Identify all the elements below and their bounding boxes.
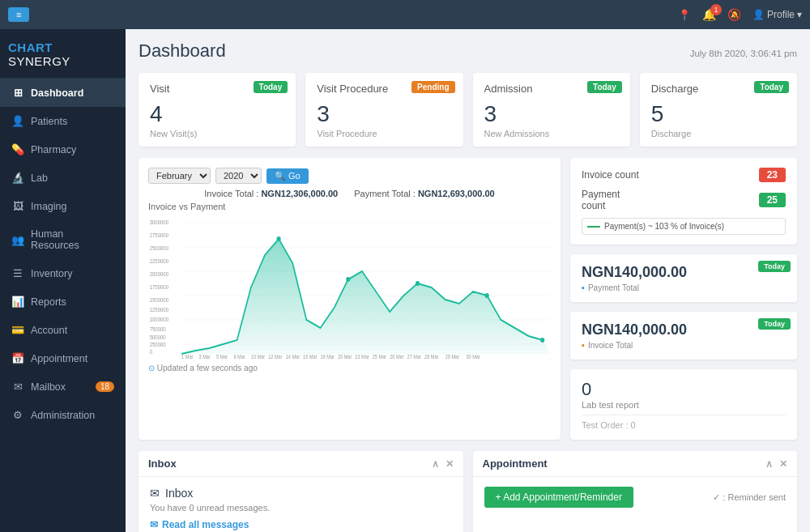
invoice-total-badge: Today [758,318,791,330]
chart-updated: ⊙ Updated a few seconds ago [148,364,551,372]
stat-card-admission: Admission Today 3 New Admissions [473,73,630,147]
stat-card-discharge: Discharge Today 5 Discharge [640,73,797,147]
alert-icon[interactable]: 🔕 [727,8,741,21]
reports-icon: 📊 [11,296,24,308]
svg-text:2250000: 2250000 [150,258,169,265]
menu-toggle-button[interactable]: ≡ [8,7,29,22]
sidebar-item-appointment[interactable]: 📅 Appointment [0,344,126,372]
inventory-icon: ☰ [11,267,24,279]
close-icon[interactable]: ✕ [446,458,454,470]
app-logo: CHART SYNERGY [0,29,126,79]
profile-button[interactable]: 👤 Profile ▾ [752,9,802,20]
invoice-count-label: Invoice count [582,169,639,181]
svg-text:1000000: 1000000 [150,317,169,323]
svg-point-22 [485,293,489,298]
svg-text:1250000: 1250000 [150,307,169,313]
hr-icon: 👥 [11,234,24,246]
main-wrapper: CHART SYNERGY ⊞ Dashboard 👤 Patients 💊 P… [0,29,810,532]
svg-text:14 Mar: 14 Mar [286,355,300,360]
sidebar-item-inventory[interactable]: ☰ Inventory [0,259,126,287]
inbox-header-actions: ∧ ✕ [432,458,454,470]
pharmacy-icon: 💊 [11,143,24,155]
sidebar: CHART SYNERGY ⊞ Dashboard 👤 Patients 💊 P… [0,29,126,532]
stats-row: Visit Today 4 New Visit(s) Visit Procedu… [139,73,797,147]
close-icon[interactable]: ✕ [779,458,787,470]
lab-sub: Test Order : 0 [582,420,786,430]
sidebar-item-label: Inventory [31,268,72,279]
legend-text: Payment(s) ~ 103 % of Invoice(s) [604,222,724,231]
svg-text:500000: 500000 [150,334,166,341]
stat-sub-admission: New Admissions [484,129,619,138]
sidebar-item-label: Lab [31,172,48,184]
stat-badge-visit-procedure: Pending [411,81,454,93]
add-appointment-button[interactable]: + Add Appointment/Reminder [484,487,633,508]
page-header: Dashboard July 8th 2020, 3:06:41 pm [139,40,797,62]
sidebar-item-account[interactable]: 💳 Account [0,316,126,344]
lab-label: Lab test report [582,400,786,410]
svg-text:12 Mar: 12 Mar [268,355,282,360]
sidebar-item-label: Reports [31,296,66,308]
sidebar-item-reports[interactable]: 📊 Reports [0,287,126,316]
svg-text:29 Mar: 29 Mar [446,355,459,360]
svg-text:2500000: 2500000 [150,245,169,252]
svg-text:30 Mar: 30 Mar [466,355,480,360]
go-button[interactable]: 🔍 Go [266,168,309,184]
sidebar-item-label: Patients [31,116,67,127]
area-chart-svg: 3000000 2750000 2500000 2250000 2000000 … [148,215,551,360]
svg-text:1500000: 1500000 [150,297,169,304]
sidebar-item-administration[interactable]: ⚙ Administration [0,401,126,429]
notification-icon[interactable]: 🔔 1 [702,8,716,21]
sidebar-item-imaging[interactable]: 🖼 Imaging [0,192,126,220]
collapse-icon[interactable]: ∧ [432,458,439,470]
inbox-section-title: ✉ Inbox [150,487,452,500]
inbox-body: ✉ Inbox You have 0 unread messages. ✉ Re… [139,477,463,532]
stat-badge-visit: Today [254,81,288,93]
sidebar-item-mailbox[interactable]: ✉ Mailbox 18 [0,372,126,401]
collapse-icon[interactable]: ∧ [765,458,773,470]
sidebar-item-label: Human Resources [31,228,114,251]
svg-text:3 Mar: 3 Mar [199,355,211,360]
sidebar-item-label: Account [31,325,67,336]
svg-text:19 Mar: 19 Mar [321,355,335,360]
sidebar-item-human-resources[interactable]: 👥 Human Resources [0,220,126,259]
payment-total-amount: NGN140,000.00 [582,264,786,281]
invoice-payment-stats: Invoice count 23 Paymentcount 25 Payment… [570,158,797,245]
legend-line-icon [587,226,600,228]
sidebar-item-label: Appointment [31,353,87,364]
content-area: Dashboard July 8th 2020, 3:06:41 pm Visi… [126,29,810,532]
reminder-note: ✓ : Reminder sent [713,492,786,503]
sidebar-item-label: Dashboard [31,87,83,99]
chart-controls: February 2020 🔍 Go [148,168,551,184]
topbar-left: ≡ [8,7,29,22]
mailbox-badge: 18 [96,381,114,392]
month-select[interactable]: February [148,168,211,184]
appointment-body: + Add Appointment/Reminder ✓ : Reminder … [473,477,798,517]
svg-point-20 [346,277,350,282]
stat-sub-visit-procedure: Visit Procedure [317,129,451,138]
svg-point-21 [416,281,420,286]
svg-text:750000: 750000 [150,326,166,333]
svg-text:3000000: 3000000 [150,219,169,226]
read-all-messages-link[interactable]: ✉ Read all messages [150,519,452,530]
sidebar-item-dashboard[interactable]: ⊞ Dashboard [0,79,126,107]
chart-card: February 2020 🔍 Go Invoice Total : NGN12… [139,158,561,440]
envelope-icon: ✉ [150,487,160,500]
payment-total-label: Payment Total : NGN12,693,000.00 [354,189,494,198]
lab-icon: 🔬 [11,172,24,184]
payment-count-row: Paymentcount 25 [582,189,786,211]
invoice-total-label: ▪ Invoice Total [582,340,786,350]
sidebar-item-label: Pharmacy [31,144,76,155]
year-select[interactable]: 2020 [215,168,262,184]
payment-count-badge: 25 [759,193,786,207]
sidebar-item-patients[interactable]: 👤 Patients [0,107,126,135]
invoice-total-card: Today NGN140,000.00 ▪ Invoice Total [570,312,797,360]
svg-text:2000000: 2000000 [150,271,169,278]
sidebar-item-lab[interactable]: 🔬 Lab [0,164,126,192]
sidebar-item-pharmacy[interactable]: 💊 Pharmacy [0,135,126,164]
location-icon[interactable]: 📍 [678,9,691,21]
search-icon: 🔍 [275,171,286,181]
chart-label: Invoice vs Payment [148,202,551,211]
lab-value: 0 [582,379,786,400]
page-title: Dashboard [139,40,226,62]
svg-text:23 Mar: 23 Mar [355,355,369,360]
